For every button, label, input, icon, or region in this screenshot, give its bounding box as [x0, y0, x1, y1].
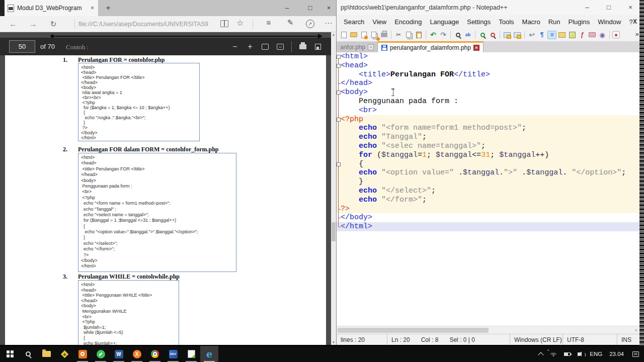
menu-plugins[interactable]: Plugins: [565, 18, 594, 26]
close-document-button[interactable]: X: [633, 15, 637, 28]
code-line-16[interactable]: echo "</select>";: [337, 187, 644, 196]
find-icon[interactable]: [453, 31, 462, 39]
pdf-fit-width-icon[interactable]: ↔: [276, 44, 284, 50]
function-list-icon[interactable]: ƒ: [578, 31, 587, 39]
code-line-20[interactable]: </html>: [337, 222, 644, 231]
minimize-button[interactable]: –: [579, 0, 596, 15]
code-line-11[interactable]: echo "<selec name=tanggal>";: [337, 142, 644, 151]
taskbar-edge-icon[interactable]: e: [200, 346, 218, 362]
fold-marker-icon[interactable]: [337, 52, 341, 61]
pdf-fit-page-icon[interactable]: [261, 44, 269, 50]
favorites-star-icon[interactable]: ☆: [236, 18, 244, 28]
scroll-down-icon[interactable]: ▼: [331, 340, 336, 345]
undo-icon[interactable]: ↶: [429, 31, 438, 39]
replace-icon[interactable]: ab: [463, 31, 472, 39]
browser-tab[interactable]: Modul D3_WebProgram ×: [5, 0, 98, 16]
clock[interactable]: 23.04: [609, 351, 624, 357]
hub-icon[interactable]: ≡: [261, 18, 276, 27]
paste-icon[interactable]: [414, 31, 423, 39]
refresh-icon[interactable]: ↻: [43, 20, 63, 29]
copy-icon[interactable]: [404, 31, 413, 39]
show-all-chars-icon[interactable]: ¶: [537, 31, 546, 39]
minimize-button[interactable]: –: [277, 0, 297, 16]
taskbar-smadav-icon[interactable]: [55, 346, 73, 362]
pdf-save-icon[interactable]: [314, 44, 322, 50]
menu-tools[interactable]: Tools: [495, 18, 518, 26]
title-bar[interactable]: pp\htdocs\web1\perulanganfor_dalamform.p…: [337, 0, 644, 15]
code-editor[interactable]: <html><head> <title>Perulangan FOR</titl…: [337, 52, 644, 326]
open-file-icon[interactable]: [349, 31, 358, 39]
code-line-15[interactable]: }: [337, 177, 644, 187]
code-line-10[interactable]: echo "Tanggal";: [337, 133, 644, 142]
document-tab[interactable]: anfor.php×: [337, 42, 378, 52]
code-line-2[interactable]: <head>: [337, 61, 644, 70]
menu-window[interactable]: Window: [594, 18, 625, 26]
menu-encoding[interactable]: Encoding: [390, 18, 426, 26]
tab-close-icon[interactable]: ×: [90, 5, 95, 12]
code-line-4[interactable]: </head>: [337, 79, 644, 88]
word-wrap-icon[interactable]: ↩: [527, 31, 536, 39]
code-line-1[interactable]: <html>: [337, 52, 644, 61]
tray-expand-icon[interactable]: [539, 351, 543, 357]
code-line-19[interactable]: </body>: [337, 213, 644, 222]
fold-marker-icon[interactable]: [337, 160, 341, 169]
fold-marker-icon[interactable]: [337, 115, 341, 124]
indent-guide-icon[interactable]: ≡: [547, 31, 556, 39]
code-line-14[interactable]: echo "<option value=" .$tanggal.">" .$ta…: [337, 168, 644, 177]
sync-scroll-v-icon[interactable]: [503, 31, 512, 39]
code-line-13[interactable]: {: [337, 160, 644, 169]
pdf-print-icon[interactable]: [299, 44, 307, 49]
code-line-5[interactable]: <body>: [337, 88, 644, 97]
forward-icon[interactable]: →: [23, 20, 43, 29]
battery-icon[interactable]: [564, 352, 571, 356]
scrollbar-thumb[interactable]: [332, 222, 336, 241]
action-center-icon[interactable]: [632, 351, 639, 357]
save-all-icon[interactable]: [369, 31, 378, 39]
maximize-button[interactable]: □: [600, 0, 617, 15]
menu-language[interactable]: Language: [426, 18, 463, 26]
code-line-6[interactable]: Penggunaan pada form :: [337, 97, 644, 106]
taskbar-whatsapp-icon[interactable]: [92, 346, 110, 362]
close-button[interactable]: ×: [622, 0, 639, 15]
code-line-12[interactable]: for ($tanggal=1; $tanggal<=31; $tanggal+…: [337, 151, 644, 160]
page-number-input[interactable]: 50: [9, 40, 35, 53]
code-line-17[interactable]: echo "</form>";: [337, 196, 644, 205]
status-eol[interactable]: Windows (CR LF): [510, 334, 562, 345]
horizontal-scrollbar[interactable]: ›: [337, 326, 644, 334]
taskbar-xampp-icon[interactable]: X: [128, 346, 146, 362]
zoom-in-icon[interactable]: [478, 31, 487, 39]
folder-workspace-icon[interactable]: [588, 31, 597, 39]
taskbar-dev-cpp-icon[interactable]: DEV: [164, 346, 182, 362]
new-file-icon[interactable]: [339, 31, 348, 39]
scroll-right-icon[interactable]: ›: [635, 326, 637, 334]
record-macro-icon[interactable]: ●: [612, 31, 620, 38]
pdf-zoom-in-icon[interactable]: +: [246, 42, 254, 51]
taskbar-notepad-plus-plus-icon[interactable]: [182, 346, 200, 362]
new-tab-button[interactable]: +: [102, 2, 114, 14]
volume-icon[interactable]: [578, 352, 583, 356]
sync-scroll-h-icon[interactable]: [513, 31, 522, 39]
wifi-icon[interactable]: *: [550, 351, 557, 356]
language-indicator[interactable]: ENG: [590, 351, 602, 357]
tab-close-icon[interactable]: ×: [473, 45, 479, 51]
document-tab[interactable]: perulanganfor_dalamform.php×: [378, 41, 484, 52]
menu-search[interactable]: Search: [340, 18, 368, 26]
pdf-zoom-out-icon[interactable]: −: [231, 42, 239, 51]
taskbar-screen-recorder-icon[interactable]: [73, 346, 92, 362]
taskbar-file-explorer-icon[interactable]: [37, 346, 55, 362]
fold-marker-icon[interactable]: [337, 88, 341, 97]
browser-scrollbar[interactable]: ▲ ▼: [331, 32, 336, 345]
taskbar-word-icon[interactable]: W: [110, 346, 128, 362]
code-line-3[interactable]: <title>Perulangan FOR</title>: [337, 70, 644, 79]
web-note-icon[interactable]: ✎: [283, 18, 298, 27]
reading-view-icon[interactable]: [220, 20, 228, 27]
scrollbar-thumb[interactable]: [338, 328, 489, 333]
status-encoding[interactable]: UTF-8: [562, 334, 617, 345]
back-icon[interactable]: ←: [3, 20, 23, 29]
taskbar-chrome-icon[interactable]: [146, 346, 164, 362]
toolbar-overflow-icon[interactable]: »: [635, 28, 639, 41]
taskbar-search-icon[interactable]: [19, 346, 37, 362]
print-icon[interactable]: [379, 31, 388, 39]
code-line-7[interactable]: <br>: [337, 106, 644, 115]
taskbar-start-icon[interactable]: [1, 346, 19, 362]
